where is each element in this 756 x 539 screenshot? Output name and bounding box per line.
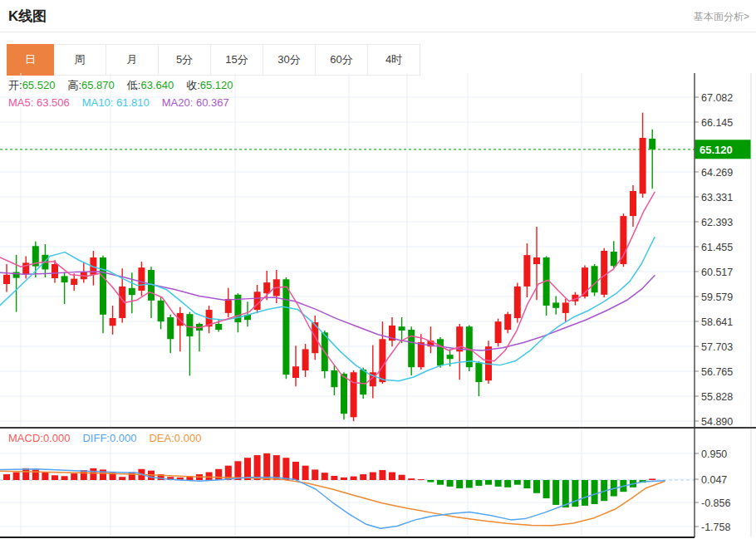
candle-body [282, 279, 289, 375]
macd-bar [206, 473, 213, 480]
macd-bar [360, 474, 366, 480]
candle-body [504, 314, 511, 330]
kline-chart-svg[interactable]: 67.08266.14564.26963.33162.39361.45560.5… [0, 73, 756, 539]
ma5-line [0, 192, 655, 384]
macd-bar [592, 480, 598, 504]
ohlc-legend: 开:65.520 高:65.870 低:63.640 收:65.120 [8, 78, 246, 93]
tab-4hour[interactable]: 4时 [368, 44, 420, 76]
macd-bar [447, 480, 454, 487]
candle-body [552, 302, 559, 307]
macd-bar [52, 475, 58, 480]
axis-tick-label: 54.890 [701, 416, 733, 428]
axis-tick-label: 58.641 [701, 316, 733, 328]
ma-legend: MA5: 63.506 MA10: 61.810 MA20: 60.367 [8, 96, 242, 109]
macd-bar [379, 470, 385, 480]
macd-bar [475, 480, 482, 486]
macd-bar [649, 478, 655, 480]
candle-body [331, 370, 337, 387]
axis-tick-label: 60.517 [701, 267, 733, 278]
macd-bar [466, 480, 473, 488]
candle-body [110, 318, 116, 326]
ma10-readout: MA10: 61.810 [82, 96, 150, 109]
candle-body [215, 324, 222, 330]
candle-body [138, 267, 145, 291]
axis-tick-label: 64.269 [701, 167, 733, 179]
candle-body [351, 372, 357, 417]
candle-body [158, 301, 164, 321]
diff-readout: DIFF:0.000 [82, 432, 136, 444]
macd-bar [302, 466, 309, 480]
candle-body [167, 317, 174, 339]
candle-body [630, 191, 636, 216]
period-tabbar: 日 周 月 5分 15分 30分 60分 4时 [7, 44, 420, 76]
candle-body [514, 287, 521, 318]
candle-body [475, 363, 482, 382]
macd-bar [244, 458, 251, 480]
candle-body [225, 299, 232, 313]
current-price-tag-label: 65.120 [700, 144, 733, 156]
dea-readout: DEA:0.000 [149, 432, 201, 444]
high-readout: 高:65.870 [67, 78, 114, 93]
tab-week[interactable]: 周 [54, 44, 106, 76]
macd-bar [582, 480, 588, 506]
axis-tick-label: 62.393 [701, 217, 733, 228]
page-title: K线图 [8, 7, 47, 26]
macd-bar [408, 478, 415, 480]
macd-bar [22, 468, 29, 480]
candle-body [360, 370, 366, 394]
axis-tick-label: 67.082 [701, 92, 733, 104]
macd-bar [389, 473, 395, 480]
macd-bar [533, 480, 540, 493]
candle-body [649, 139, 655, 149]
candle-body [533, 257, 540, 264]
candle-body [592, 266, 598, 292]
axis-tick-label: 66.145 [701, 117, 733, 129]
tab-15min[interactable]: 15分 [211, 44, 263, 76]
candle-body [620, 216, 626, 264]
candle-body [3, 275, 10, 284]
candle-body [437, 339, 444, 365]
candle-body [601, 251, 607, 295]
open-readout: 开:65.520 [8, 78, 55, 93]
macd-bar [351, 477, 357, 480]
macd-readout: MACD:0.000 [8, 432, 70, 444]
macd-bar [370, 473, 376, 480]
axis-tick-label: 55.828 [701, 391, 733, 403]
candle-body [399, 326, 405, 331]
candle-body [495, 321, 502, 343]
axis-tick-label: 61.455 [701, 242, 733, 253]
candle-body [562, 302, 569, 312]
candle-body [129, 288, 135, 295]
tab-day[interactable]: 日 [7, 44, 54, 76]
macd-bar [514, 480, 521, 485]
kline-page: K线图 基本面分析> 日 周 月 5分 15分 30分 60分 4时 开:65.… [0, 0, 756, 539]
candle-body [523, 255, 530, 287]
header-divider [0, 32, 756, 32]
macd-bar [552, 480, 559, 505]
macd-bar [572, 480, 578, 507]
macd-bar [427, 480, 434, 483]
macd-bar [543, 480, 550, 498]
macd-bar [504, 480, 511, 488]
macd-bar [263, 453, 270, 480]
macd-bar [485, 480, 492, 485]
tab-5min[interactable]: 5分 [159, 44, 211, 76]
tab-60min[interactable]: 60分 [316, 44, 368, 76]
candle-body [611, 252, 617, 266]
macd-bar [13, 473, 20, 480]
macd-bar [119, 477, 125, 480]
macd-legend: MACD:0.000 DIFF:0.000 DEA:0.000 [8, 432, 214, 444]
axis-tick-label: -0.856 [701, 497, 730, 509]
tab-30min[interactable]: 30分 [263, 44, 316, 76]
ma20-readout: MA20: 60.367 [162, 96, 229, 109]
axis-tick-label: -1.758 [701, 522, 730, 533]
tab-month[interactable]: 月 [106, 44, 159, 76]
macd-bar [341, 478, 347, 480]
ma5-readout: MA5: 63.506 [8, 96, 70, 109]
macd-bar [292, 462, 299, 480]
axis-tick-label: 57.703 [701, 341, 733, 353]
macd-bar [32, 469, 39, 480]
fundamental-analysis-link[interactable]: 基本面分析> [694, 10, 749, 24]
macd-bar [61, 476, 68, 480]
candle-body [186, 314, 193, 336]
